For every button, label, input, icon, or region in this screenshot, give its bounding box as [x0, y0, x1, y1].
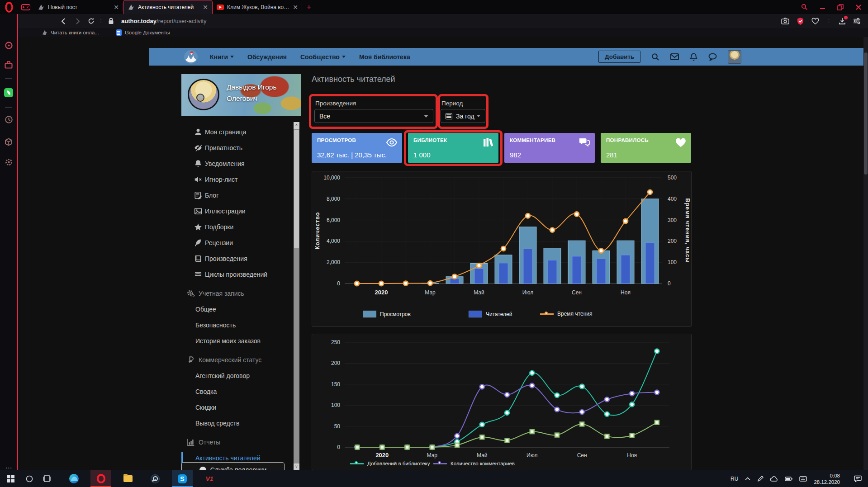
- support-chat-icon: [199, 467, 206, 471]
- sidebar-item-приватность[interactable]: Приватность: [181, 140, 293, 156]
- support-button[interactable]: Служба поддержки: [181, 462, 285, 470]
- mail-icon[interactable]: [670, 53, 679, 60]
- new-tab-button[interactable]: +: [302, 0, 316, 14]
- battery-icon[interactable]: [785, 477, 792, 481]
- chat-icon[interactable]: [708, 53, 717, 61]
- site-logo[interactable]: [184, 50, 198, 64]
- search-icon[interactable]: [651, 53, 659, 61]
- speed-dial-icon[interactable]: [0, 41, 17, 50]
- sidebar-item-игнор-лист[interactable]: Игнор-лист: [181, 171, 293, 187]
- profile-card[interactable]: Давыдов ИгорьОлегович: [181, 74, 301, 116]
- tab-close-icon[interactable]: ✕: [293, 4, 298, 11]
- task-view-icon[interactable]: [38, 470, 55, 487]
- opera-gx-taskbar-icon[interactable]: [90, 470, 111, 487]
- works-select[interactable]: Все: [314, 109, 433, 123]
- tab-close-icon[interactable]: ✕: [114, 4, 119, 11]
- skype-icon[interactable]: S: [172, 470, 193, 487]
- favorites-heart-icon[interactable]: [811, 18, 819, 24]
- file-explorer-icon[interactable]: [118, 470, 138, 487]
- page-scrollbar[interactable]: [863, 37, 868, 470]
- legend-item[interactable]: Просмотров: [363, 311, 411, 317]
- tab-close-icon[interactable]: ✕: [203, 4, 208, 11]
- sidebar-item-учетная-запись[interactable]: Учетная запись: [181, 285, 293, 301]
- bookmark-google-docs[interactable]: Google Документы: [116, 29, 170, 36]
- pen-icon[interactable]: [757, 476, 764, 482]
- sidebar-item-рецензии[interactable]: Рецензии: [181, 235, 293, 251]
- scroll-up-icon[interactable]: ˄: [294, 122, 299, 129]
- sidebar-item-моя-страница[interactable]: Моя страница: [181, 124, 293, 140]
- back-icon[interactable]: [57, 18, 71, 24]
- whatsapp-icon[interactable]: [0, 88, 17, 97]
- search-circle-icon[interactable]: [21, 470, 38, 487]
- gx-store-icon[interactable]: [0, 61, 17, 69]
- sidebar-item-label: Блог: [205, 192, 218, 199]
- forward-icon[interactable]: [71, 18, 84, 24]
- sidebar-item-произведения[interactable]: Произведения: [181, 251, 293, 266]
- browser-tab-youtube[interactable]: Клим Жуков, Война во Вь ✕: [213, 0, 302, 14]
- tab-search-icon[interactable]: [801, 4, 808, 10]
- sidebar-item-циклы-произведений[interactable]: Циклы произведений: [181, 266, 293, 282]
- sidebar-item-отчеты[interactable]: Отчеты: [181, 434, 293, 450]
- sidebar-item-вывод-средств[interactable]: Вывод средств: [181, 415, 293, 431]
- nav-discussions[interactable]: Обсуждения: [247, 53, 287, 61]
- nav-my-library[interactable]: Моя библиотека: [359, 53, 410, 61]
- lock-icon[interactable]: [104, 18, 118, 24]
- extensions-box-icon[interactable]: [0, 138, 17, 146]
- sidebar-item-уведомления[interactable]: Уведомления: [181, 156, 293, 171]
- downloads-icon[interactable]: [839, 18, 846, 25]
- sidebar-item-скидки[interactable]: Скидки: [181, 399, 293, 415]
- edge-icon[interactable]: [63, 470, 84, 487]
- close-icon[interactable]: [855, 4, 862, 10]
- settings-tune-icon[interactable]: [853, 18, 861, 24]
- scrollbar-thumb[interactable]: [864, 52, 868, 175]
- sidebar-item-сводка[interactable]: Сводка: [181, 383, 293, 399]
- avatar[interactable]: [728, 50, 741, 64]
- sidebar-item-иллюстрации[interactable]: Иллюстрации: [181, 203, 293, 219]
- period-select[interactable]: За год: [441, 109, 485, 123]
- bell-icon[interactable]: [690, 53, 697, 61]
- notification-center-icon[interactable]: [854, 475, 863, 482]
- add-button[interactable]: Добавить: [598, 51, 640, 63]
- sidebar-item-общее[interactable]: Общее: [181, 301, 293, 317]
- restore-icon[interactable]: [837, 4, 844, 10]
- svg-text:250: 250: [331, 339, 340, 345]
- opera-menu-icon[interactable]: [0, 0, 18, 14]
- cloud-icon[interactable]: [770, 476, 778, 482]
- sidebar-item-label: Сводка: [195, 388, 217, 395]
- url-text[interactable]: author.today/report/user-activity: [121, 18, 207, 24]
- minimize-icon[interactable]: [820, 4, 825, 10]
- browser-tab-new-post[interactable]: Новый пост ✕: [33, 0, 123, 14]
- v1-app-icon[interactable]: V1: [199, 470, 220, 487]
- sidebar-item-безопасность[interactable]: Безопасность: [181, 317, 293, 333]
- history-clock-icon[interactable]: [0, 115, 17, 124]
- legend-item[interactable]: Количество комментариев: [433, 461, 515, 466]
- legend-item[interactable]: Читателей: [469, 311, 512, 317]
- gx-corner-icon[interactable]: [18, 0, 33, 14]
- reload-icon[interactable]: [84, 18, 98, 24]
- nav-books[interactable]: Книги: [210, 53, 234, 61]
- tray-expand-icon[interactable]: [745, 477, 750, 481]
- browser-tab-user-activity[interactable]: Активность читателей ✕: [123, 0, 213, 14]
- sidebar-item-история-моих-заказов[interactable]: История моих заказов: [181, 333, 293, 349]
- start-button[interactable]: [0, 470, 21, 487]
- keyboard-icon[interactable]: [799, 476, 807, 482]
- snapshot-camera-icon[interactable]: [781, 18, 789, 24]
- sidebar-item-блог[interactable]: Блог: [181, 187, 293, 203]
- scroll-down-icon[interactable]: ˅: [294, 463, 299, 470]
- bookmark-author-today[interactable]: Читать книги онла...: [42, 30, 99, 35]
- legend-item[interactable]: Время чтения: [540, 311, 593, 317]
- stat-value: 32,62 тыс. | 20,35 тыс.: [317, 151, 387, 159]
- steam-icon[interactable]: [145, 470, 166, 487]
- language-indicator[interactable]: RU: [730, 476, 738, 482]
- navbar-actions: Добавить: [598, 50, 741, 64]
- legend-item[interactable]: Добавлений в библиотеку: [350, 461, 430, 466]
- nav-community[interactable]: Сообщество: [300, 53, 346, 61]
- taskbar-clock[interactable]: 0:08 28.12.2020: [814, 473, 840, 485]
- gear-icon[interactable]: [0, 158, 17, 166]
- sidebar-item-агентский-договор[interactable]: Агентский договор: [181, 368, 293, 383]
- shield-adblock-icon[interactable]: [797, 17, 804, 25]
- sidebar-scrollbar[interactable]: ˄ ˅: [294, 122, 299, 470]
- sidebar-item-подборки[interactable]: Подборки: [181, 219, 293, 235]
- scrollbar-thumb[interactable]: [294, 130, 299, 248]
- sidebar-item-коммерческий-статус[interactable]: Коммерческий статус: [181, 352, 293, 368]
